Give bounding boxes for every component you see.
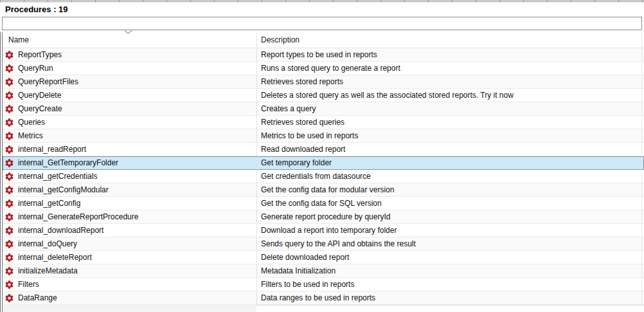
procedure-name: initializeMetadata bbox=[18, 266, 78, 275]
procedure-description: Runs a stored query to generate a report bbox=[261, 64, 400, 73]
procedure-description: Retrieves stored queries bbox=[261, 118, 344, 127]
procedure-description: Sends query to the API and obtains the r… bbox=[261, 239, 416, 248]
table-row[interactable]: DataRange Data ranges to be used in repo… bbox=[3, 291, 644, 305]
procedure-description: Get temporary folder bbox=[261, 158, 332, 167]
procedure-name: ReportTypes bbox=[18, 50, 62, 59]
column-header-name[interactable]: Name bbox=[3, 35, 256, 44]
procedure-name: QueryDelete bbox=[18, 91, 61, 100]
gear-icon bbox=[4, 185, 14, 195]
procedure-description: Creates a query bbox=[261, 104, 316, 113]
procedure-description: Generate report procedure by queryId bbox=[261, 212, 390, 221]
table-row[interactable]: internal_deleteReport Delete downloaded … bbox=[3, 251, 644, 264]
table-row[interactable]: internal_readReport Read downloaded repo… bbox=[3, 143, 644, 156]
procedure-name: internal_GetTemporaryFolder bbox=[18, 158, 118, 167]
table-row[interactable]: internal_GetTemporaryFolder Get temporar… bbox=[3, 156, 644, 170]
procedure-name: internal_getCredentials bbox=[18, 172, 97, 181]
gear-icon bbox=[4, 266, 14, 276]
table-row[interactable]: internal_getConfigModular Get the config… bbox=[3, 183, 644, 197]
procedure-description: Report types to be used in reports bbox=[261, 50, 377, 59]
procedure-name: QueryCreate bbox=[18, 104, 62, 113]
gear-icon bbox=[4, 253, 14, 262]
panel-left-border bbox=[0, 32, 1, 312]
gear-icon bbox=[4, 145, 14, 154]
procedure-name: internal_doQuery bbox=[18, 239, 77, 248]
table-row[interactable]: initializeMetadata Metadata Initializati… bbox=[3, 264, 644, 278]
table-row[interactable]: internal_doQuery Sends query to the API … bbox=[3, 237, 644, 251]
table-row[interactable]: QueryDelete Deletes a stored query as we… bbox=[3, 89, 644, 102]
chevron-down-icon[interactable] bbox=[124, 30, 132, 35]
gear-icon bbox=[4, 280, 14, 289]
gear-icon bbox=[4, 131, 14, 141]
procedure-name: internal_GenerateReportProcedure bbox=[18, 212, 138, 221]
gear-icon bbox=[4, 158, 14, 168]
procedure-name: Queries bbox=[18, 118, 45, 127]
gear-icon bbox=[4, 104, 14, 114]
table-row[interactable]: QueryReportFiles Retrieves stored report… bbox=[3, 75, 644, 89]
procedure-description: Metadata Initialization bbox=[261, 266, 335, 275]
procedure-name: Metrics bbox=[18, 131, 43, 140]
panel-title: Procedures : 19 bbox=[5, 5, 68, 14]
procedure-description: Filters to be used in reports bbox=[261, 280, 354, 289]
column-header-description[interactable]: Description bbox=[256, 35, 644, 44]
table-bottom-border bbox=[256, 305, 644, 306]
gear-icon bbox=[4, 239, 14, 249]
procedure-description: Retrieves stored reports bbox=[261, 77, 343, 86]
procedure-name: QueryReportFiles bbox=[18, 77, 78, 86]
table-row[interactable]: QueryCreate Creates a query bbox=[3, 102, 644, 116]
table-row[interactable]: ReportTypes Report types to be used in r… bbox=[3, 48, 644, 62]
table-row[interactable]: Metrics Metrics to be used in reports bbox=[3, 129, 644, 143]
top-ruler bbox=[0, 0, 644, 3]
gear-icon bbox=[4, 77, 14, 87]
procedure-name: internal_getConfig bbox=[18, 199, 80, 208]
procedure-description: Delete downloaded report bbox=[261, 253, 349, 262]
procedure-description: Download a report into temporary folder bbox=[261, 226, 397, 235]
table-row[interactable]: internal_getCredentials Get credentials … bbox=[3, 170, 644, 183]
procedure-description: Read downloaded report bbox=[261, 145, 345, 154]
gear-icon bbox=[4, 199, 14, 208]
panel-left-border-inner bbox=[2, 32, 3, 312]
gear-icon bbox=[4, 293, 14, 303]
table-header: Name Description bbox=[3, 32, 644, 48]
procedure-description: Get credentials from datasource bbox=[261, 172, 371, 181]
table-row[interactable]: QueryRun Runs a stored query to generate… bbox=[3, 62, 644, 75]
table-row[interactable]: Filters Filters to be used in reports bbox=[3, 278, 644, 291]
procedure-name: QueryRun bbox=[18, 64, 53, 73]
filter-input[interactable] bbox=[2, 17, 642, 30]
gear-icon bbox=[4, 172, 14, 181]
table-body: ReportTypes Report types to be used in r… bbox=[3, 48, 644, 305]
procedure-description: Deletes a stored query as well as the as… bbox=[261, 91, 514, 100]
table-row[interactable]: Queries Retrieves stored queries bbox=[3, 116, 644, 129]
procedure-name: internal_deleteReport bbox=[18, 253, 92, 262]
procedure-description: Get the config data for SQL version bbox=[261, 199, 382, 208]
gear-icon bbox=[4, 226, 14, 235]
gear-icon bbox=[4, 50, 14, 60]
procedure-name: internal_downloadReport bbox=[18, 226, 103, 235]
procedures-panel: Procedures : 19 Name Description ReportT… bbox=[0, 0, 644, 312]
gear-icon bbox=[4, 64, 14, 73]
procedure-description: Get the config data for modular version bbox=[261, 185, 394, 194]
table-row[interactable]: internal_GenerateReportProcedure Generat… bbox=[3, 210, 644, 224]
gear-icon bbox=[4, 118, 14, 127]
table-row[interactable]: internal_getConfig Get the config data f… bbox=[3, 197, 644, 210]
procedure-description: Data ranges to be used in reports bbox=[261, 293, 375, 302]
gear-icon bbox=[4, 91, 14, 100]
table-row[interactable]: internal_downloadReport Download a repor… bbox=[3, 224, 644, 237]
procedure-name: Filters bbox=[18, 280, 39, 289]
procedure-name: DataRange bbox=[18, 293, 57, 302]
gear-icon bbox=[4, 212, 14, 222]
procedure-description: Metrics to be used in reports bbox=[261, 131, 358, 140]
procedure-name: internal_readReport bbox=[18, 145, 86, 154]
empty-area-name-column bbox=[3, 305, 256, 312]
procedure-name: internal_getConfigModular bbox=[18, 185, 109, 194]
